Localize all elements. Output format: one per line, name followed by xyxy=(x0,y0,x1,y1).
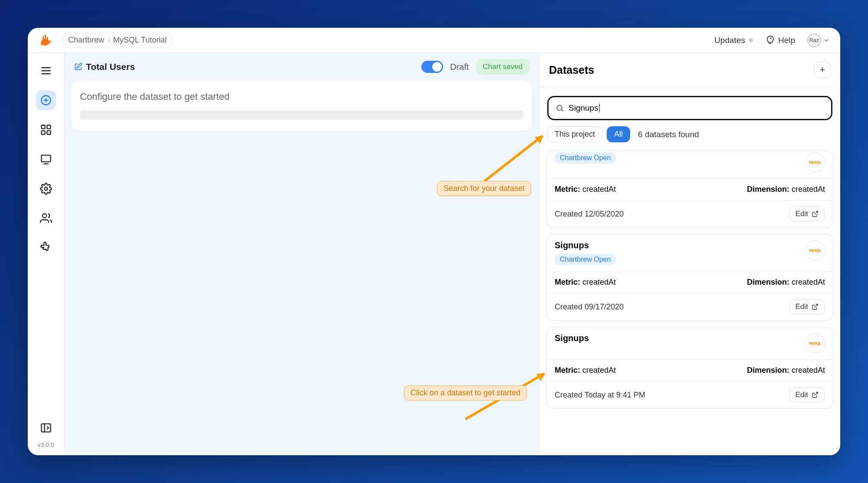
help-link[interactable]: Help xyxy=(765,36,795,45)
updates-link[interactable]: Updates xyxy=(714,36,753,45)
external-link-icon xyxy=(812,303,819,310)
svg-point-19 xyxy=(557,105,562,110)
external-link-icon xyxy=(812,210,819,217)
sidebar-collapse[interactable] xyxy=(36,418,56,438)
app-logo xyxy=(38,33,54,48)
dataset-created: Created 09/17/2020 xyxy=(555,302,624,312)
updates-label: Updates xyxy=(714,36,745,45)
dataset-title: Signups xyxy=(555,333,589,343)
sidebar-menu-toggle[interactable] xyxy=(36,61,56,81)
version-label: v3.0.0 xyxy=(37,441,54,448)
puzzle-icon xyxy=(40,242,52,254)
chart-title: Total Users xyxy=(86,62,135,72)
search-input[interactable] xyxy=(569,103,599,113)
edit-label: Edit xyxy=(796,302,808,311)
dimension-value: createdAt xyxy=(792,278,825,286)
updates-indicator-icon xyxy=(749,38,753,43)
svg-point-15 xyxy=(44,187,47,191)
dataset-created: Created 12/05/2020 xyxy=(555,210,624,219)
main: Total Users Draft Chart saved Configure … xyxy=(64,53,840,455)
dimension-label: Dimension: xyxy=(747,185,789,194)
dimension-label: Dimension: xyxy=(747,278,789,286)
draft-toggle[interactable] xyxy=(421,61,443,73)
dataset-tag: Chartbrew Open xyxy=(555,254,616,265)
annotation-arrow-1 xyxy=(483,135,543,182)
sidebar-bottom: v3.0.0 xyxy=(28,418,64,448)
svg-line-22 xyxy=(815,304,818,307)
filter-this-project[interactable]: This project xyxy=(547,126,602,142)
sidebar: v3.0.0 xyxy=(28,53,64,455)
dataset-list[interactable]: Chartbrew Open MySQL Metric: createdAt D… xyxy=(539,150,840,455)
panel-left-icon xyxy=(40,422,52,434)
config-card: Configure the dataset to get started xyxy=(71,81,532,131)
callout-click: Click on a dataset to get started xyxy=(404,385,527,401)
edit-dataset-button[interactable]: Edit xyxy=(789,388,825,402)
sidebar-monitor[interactable] xyxy=(36,149,56,169)
metric-value: createdAt xyxy=(582,185,616,194)
svg-rect-10 xyxy=(47,125,50,129)
dataset-card[interactable]: Signups Chartbrew Open MySQL Metric: cre… xyxy=(546,234,833,321)
svg-rect-11 xyxy=(41,131,45,134)
sidebar-team[interactable] xyxy=(36,208,56,228)
sidebar-integrations[interactable] xyxy=(36,238,56,258)
edit-label: Edit xyxy=(796,391,808,399)
callout-search: Search for your dataset xyxy=(437,181,531,196)
dataset-card[interactable]: Chartbrew Open MySQL Metric: createdAt D… xyxy=(546,150,833,228)
breadcrumb: Chartbrew › MySQL Tutorial xyxy=(62,33,173,48)
chart-title-wrap[interactable]: Total Users xyxy=(74,62,135,72)
sidebar-dashboard[interactable] xyxy=(36,120,56,140)
dataset-tag: Chartbrew Open xyxy=(555,152,616,164)
breadcrumb-current[interactable]: MySQL Tutorial xyxy=(113,36,167,45)
edit-label: Edit xyxy=(796,210,808,218)
sidebar-settings[interactable] xyxy=(36,179,56,199)
dimension-label: Dimension: xyxy=(747,366,789,375)
filter-all[interactable]: All xyxy=(607,126,630,142)
plus-circle-icon xyxy=(40,94,52,106)
gear-icon xyxy=(40,183,52,195)
metric-label: Metric: xyxy=(555,366,580,375)
external-link-icon xyxy=(812,391,819,398)
edit-dataset-button[interactable]: Edit xyxy=(789,207,825,221)
grid-icon xyxy=(40,124,52,136)
datasets-found-text: 6 datasets found xyxy=(638,130,699,139)
avatar: Raz xyxy=(807,33,821,47)
svg-rect-2 xyxy=(47,37,48,40)
help-icon xyxy=(765,36,775,45)
center-header: Total Users Draft Chart saved xyxy=(64,53,539,81)
app-window: Chartbrew › MySQL Tutorial Updates Help … xyxy=(28,28,840,455)
svg-rect-13 xyxy=(41,155,50,162)
user-menu[interactable]: Raz xyxy=(807,33,830,47)
topbar: Chartbrew › MySQL Tutorial Updates Help … xyxy=(28,28,840,53)
body: v3.0.0 Total Users Draft Chart saved xyxy=(28,53,840,455)
users-icon xyxy=(40,212,52,224)
mysql-icon: MySQL xyxy=(805,333,825,353)
metric-value: createdAt xyxy=(582,366,616,375)
center-header-right: Draft Chart saved xyxy=(421,59,529,75)
metric-label: Metric: xyxy=(555,185,580,194)
edit-dataset-button[interactable]: Edit xyxy=(789,299,825,314)
svg-rect-0 xyxy=(43,36,44,40)
svg-line-23 xyxy=(815,392,818,395)
center-panel: Total Users Draft Chart saved Configure … xyxy=(64,53,539,455)
sidebar-add-dataset[interactable] xyxy=(36,90,56,110)
breadcrumb-root[interactable]: Chartbrew xyxy=(68,36,104,45)
svg-rect-1 xyxy=(45,34,46,40)
svg-line-20 xyxy=(562,110,563,112)
add-dataset-button[interactable]: + xyxy=(814,62,831,78)
filter-row: This project All 6 datasets found xyxy=(539,126,840,150)
metric-value: createdAt xyxy=(582,278,616,286)
search-box[interactable] xyxy=(547,96,832,120)
search-input-value xyxy=(569,103,599,113)
chart-saved-badge: Chart saved xyxy=(476,59,529,75)
svg-point-16 xyxy=(42,214,46,218)
pencil-icon xyxy=(74,62,82,71)
help-label: Help xyxy=(778,36,795,45)
mysql-icon: MySQL xyxy=(805,240,825,260)
dataset-created: Created Today at 9:41 PM xyxy=(555,391,645,400)
svg-line-21 xyxy=(815,211,818,214)
datasets-header: Datasets + xyxy=(539,53,840,87)
chevron-right-icon: › xyxy=(108,37,110,44)
menu-icon xyxy=(40,65,52,77)
dataset-card[interactable]: Signups MySQL Metric: createdAt Dimensio… xyxy=(546,327,833,409)
draft-label: Draft xyxy=(450,62,469,72)
